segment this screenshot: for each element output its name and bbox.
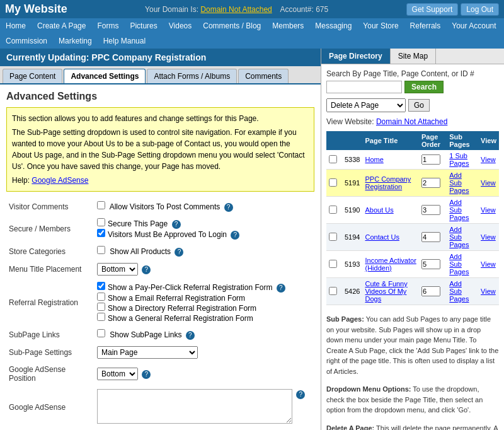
- row-checkbox[interactable]: [329, 233, 337, 241]
- page-order-input[interactable]: [421, 259, 440, 269]
- page-title-link[interactable]: Income Activator (Hidden): [365, 257, 416, 272]
- col-id: [342, 131, 362, 150]
- page-title-link[interactable]: Home: [365, 156, 383, 163]
- search-input[interactable]: [326, 81, 402, 93]
- top-bar: My Website Your Domain Is: Domain Not At…: [0, 0, 504, 18]
- site-title: My Website: [5, 3, 67, 16]
- sub-pages-link[interactable]: Add Sub Pages: [449, 171, 469, 194]
- view-link[interactable]: View: [481, 179, 496, 187]
- secure-page-help-icon[interactable]: ?: [172, 220, 181, 229]
- search-button[interactable]: Search: [404, 81, 444, 93]
- sub-pages-link[interactable]: Add Sub Pages: [449, 253, 469, 276]
- view-link[interactable]: View: [481, 156, 496, 163]
- nav-commission[interactable]: Commission: [0, 33, 53, 49]
- row-checkbox[interactable]: [329, 287, 337, 295]
- col-view: View: [478, 131, 499, 150]
- row-page-title: PPC Company Registration: [362, 170, 418, 197]
- delete-row: Delete A Page Hide A Page Un-Hide A Page…: [326, 98, 499, 112]
- nav-help-manual[interactable]: Help Manual: [98, 33, 151, 49]
- row-page-order: [419, 278, 447, 305]
- nav-referrals[interactable]: Referrals: [404, 18, 447, 33]
- page-order-input[interactable]: [421, 286, 440, 296]
- tab-advanced-settings[interactable]: Advanced Settings: [64, 69, 146, 83]
- ppc-referral-checkbox[interactable]: [97, 282, 105, 290]
- view-link[interactable]: View: [481, 260, 496, 268]
- row-checkbox[interactable]: [329, 178, 337, 187]
- directory-referral-checkbox[interactable]: [97, 303, 105, 311]
- subpage-links-help-icon[interactable]: ?: [186, 331, 195, 340]
- adsense-position-help-icon[interactable]: ?: [142, 370, 151, 379]
- delete-page-dropdown[interactable]: Delete A Page Hide A Page Un-Hide A Page…: [326, 98, 406, 112]
- nav-marketing[interactable]: Marketing: [53, 33, 98, 49]
- email-referral-checkbox[interactable]: [97, 293, 105, 301]
- view-link[interactable]: View: [481, 233, 496, 241]
- subpage-links-row: SubPage Links Show SubPage Links ?: [6, 326, 314, 343]
- help-section: Delete A Page: This will delete the page…: [326, 419, 499, 431]
- google-adsense-help-link[interactable]: Google AdSense: [32, 176, 88, 185]
- google-adsense-help-icon2[interactable]: ?: [296, 390, 305, 399]
- page-order-input[interactable]: [421, 205, 440, 215]
- col-page-title: Page Title: [362, 131, 418, 150]
- search-label: Search By Page Title, Page Content, or I…: [326, 69, 499, 78]
- row-view: View: [478, 170, 499, 197]
- page-title-link[interactable]: About Us: [365, 206, 393, 214]
- sub-pages-link[interactable]: Add Sub Pages: [449, 280, 469, 303]
- help-sections: Sub Pages: You can add Sub Pages to any …: [326, 310, 499, 430]
- go-button[interactable]: Go: [408, 99, 430, 112]
- page-order-input[interactable]: [421, 154, 440, 165]
- nav-comments-blog[interactable]: Comments / Blog: [197, 18, 266, 33]
- page-title-link[interactable]: Cute & Funny Videos Of My Dogs: [365, 280, 407, 303]
- adsense-position-dropdown[interactable]: Bottom Top: [97, 368, 138, 380]
- sub-pages-link[interactable]: 1 Sub Pages: [449, 152, 469, 167]
- nav-forms[interactable]: Forms: [91, 18, 124, 33]
- view-link[interactable]: View: [481, 206, 496, 214]
- view-link[interactable]: View: [481, 288, 496, 295]
- nav-your-store[interactable]: Your Store: [357, 18, 404, 33]
- visitor-comments-help-icon[interactable]: ?: [224, 203, 233, 212]
- menu-title-dropdown[interactable]: Bottom Top: [97, 263, 138, 276]
- menu-title-help-icon[interactable]: ?: [142, 265, 151, 274]
- google-adsense-textarea[interactable]: [97, 389, 292, 424]
- row-page-order: [419, 197, 447, 224]
- allow-post-comments-checkbox[interactable]: [97, 201, 105, 209]
- page-order-input[interactable]: [421, 178, 440, 188]
- page-order-input[interactable]: [421, 232, 440, 242]
- sub-pages-link[interactable]: Add Sub Pages: [449, 226, 469, 248]
- domain-link[interactable]: Domain Not Attached: [200, 5, 272, 14]
- view-website: View Website: Domain Not Attached: [326, 117, 499, 126]
- approved-login-help-icon[interactable]: ?: [231, 231, 239, 240]
- general-referral-checkbox[interactable]: [97, 313, 105, 321]
- page-title-link[interactable]: PPC Company Registration: [365, 175, 411, 190]
- show-all-products-checkbox[interactable]: [97, 246, 105, 254]
- table-header-row: Page Title Page Order Sub Pages View: [326, 131, 499, 150]
- logout-button[interactable]: Log Out: [461, 3, 499, 16]
- sub-pages-link[interactable]: Add Sub Pages: [449, 199, 469, 221]
- row-page-title: Home: [362, 150, 418, 170]
- secure-members-row: Secure / Members Secure This Page ? Visi…: [6, 215, 314, 243]
- tab-comments[interactable]: Comments: [238, 69, 289, 83]
- show-subpage-links-checkbox[interactable]: [97, 329, 105, 337]
- show-all-products-help-icon[interactable]: ?: [175, 248, 183, 257]
- secure-page-checkbox[interactable]: [97, 218, 105, 226]
- right-tab-page-directory[interactable]: Page Directory: [321, 49, 391, 64]
- view-website-link[interactable]: Domain Not Attached: [376, 117, 447, 126]
- right-tab-site-map[interactable]: Site Map: [391, 49, 436, 64]
- nav-home[interactable]: Home: [0, 18, 32, 33]
- ppc-referral-help-icon[interactable]: ?: [277, 284, 285, 293]
- row-checkbox[interactable]: [329, 206, 337, 214]
- nav-messaging[interactable]: Messaging: [309, 18, 357, 33]
- table-row: 5338 Home 1 Sub Pages View: [326, 150, 499, 170]
- page-title-link[interactable]: Contact Us: [365, 233, 399, 241]
- tab-attach-forms[interactable]: Attach Forms / Albums: [147, 69, 237, 83]
- nav-pictures[interactable]: Pictures: [124, 18, 163, 33]
- row-checkbox[interactable]: [329, 155, 337, 163]
- get-support-button[interactable]: Get Support: [406, 3, 459, 16]
- row-checkbox[interactable]: [329, 260, 337, 268]
- approved-login-checkbox[interactable]: [97, 229, 105, 237]
- nav-your-account[interactable]: Your Account: [446, 18, 501, 33]
- nav-members[interactable]: Members: [266, 18, 309, 33]
- subpage-settings-dropdown[interactable]: Main Page: [97, 346, 198, 359]
- tab-page-content[interactable]: Page Content: [3, 69, 62, 83]
- nav-create-page[interactable]: Create A Page: [32, 18, 91, 33]
- nav-videos[interactable]: Videos: [163, 18, 197, 33]
